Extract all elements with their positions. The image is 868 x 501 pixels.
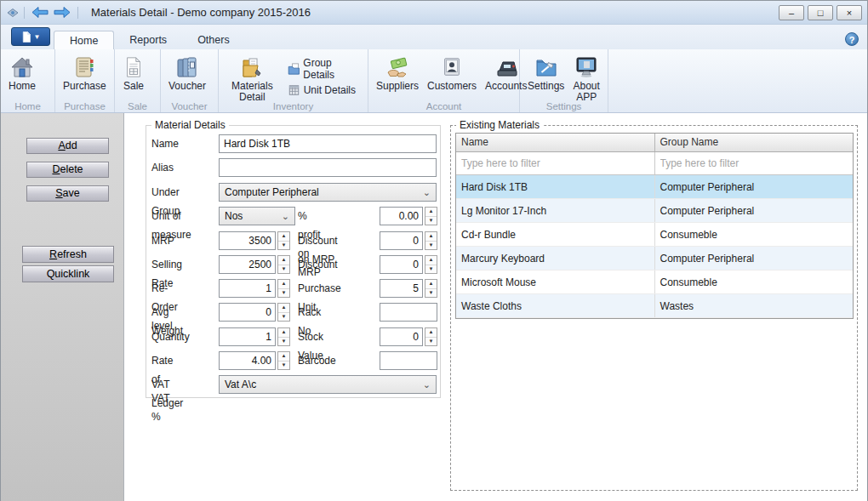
reorder-level-input[interactable] bbox=[219, 279, 276, 298]
sidebar: Add Delete Save Refresh Quicklink bbox=[1, 113, 124, 501]
spin-up-button[interactable]: ▲ bbox=[278, 328, 289, 338]
materials-filter-row bbox=[456, 152, 853, 175]
tab-strip: ▼ Home Reports Others ? bbox=[1, 25, 867, 49]
tab-reports[interactable]: Reports bbox=[114, 31, 182, 49]
settings-button[interactable]: Settings bbox=[523, 52, 568, 94]
discount-input[interactable] bbox=[380, 255, 423, 274]
existing-materials-panel: Existing Materials Name Group Name Hard … bbox=[450, 125, 858, 491]
quantity-input[interactable] bbox=[219, 327, 276, 346]
table-row[interactable]: Microsoft MouseConsumeble bbox=[456, 270, 853, 294]
forward-arrow-icon[interactable] bbox=[53, 6, 71, 19]
table-row[interactable]: Lg Monitor 17-InchComputer Peripheral bbox=[456, 199, 853, 223]
avg-weight-spinner: ▲▼ bbox=[219, 303, 290, 322]
main-area: Add Delete Save Refresh Quicklink Materi… bbox=[1, 113, 867, 501]
spin-up-button[interactable]: ▲ bbox=[278, 280, 289, 289]
purchase-ledger-icon bbox=[72, 54, 96, 81]
spin-up-button[interactable]: ▲ bbox=[278, 304, 289, 313]
spin-down-button[interactable]: ▼ bbox=[278, 362, 289, 370]
rate-of-vat-input[interactable] bbox=[219, 351, 276, 370]
spin-up-button[interactable]: ▲ bbox=[278, 352, 289, 362]
home-button[interactable]: Home bbox=[4, 52, 40, 94]
spin-down-button[interactable]: ▼ bbox=[278, 289, 289, 298]
alias-input[interactable] bbox=[219, 158, 437, 177]
group-details-folder-icon bbox=[288, 63, 300, 75]
close-button[interactable]: × bbox=[837, 5, 862, 20]
table-row[interactable]: Cd-r BundleConsumeble bbox=[456, 223, 853, 247]
table-cell: Cd-r Bundle bbox=[456, 223, 655, 246]
group-details-button[interactable]: Group Details bbox=[288, 57, 364, 81]
spin-down-button[interactable]: ▼ bbox=[425, 242, 437, 250]
column-header-name[interactable]: Name bbox=[456, 134, 655, 151]
name-filter-input[interactable] bbox=[456, 152, 654, 174]
customers-icon bbox=[441, 54, 463, 81]
customers-button[interactable]: Customers bbox=[423, 52, 481, 94]
group-name-filter-input[interactable] bbox=[655, 152, 854, 174]
spin-up-button[interactable]: ▲ bbox=[425, 280, 437, 289]
sale-button[interactable]: Sale bbox=[118, 52, 149, 94]
spin-up-button[interactable]: ▲ bbox=[425, 208, 437, 217]
under-group-combobox[interactable]: Computer Peripheral ⌄ bbox=[219, 183, 437, 202]
table-row[interactable]: Hard Disk 1TBComputer Peripheral bbox=[456, 175, 853, 199]
table-row[interactable]: Waste ClothsWastes bbox=[456, 294, 853, 318]
minimize-button[interactable]: – bbox=[779, 5, 804, 20]
vat-ledger-combobox[interactable]: Vat A\c ⌄ bbox=[219, 375, 437, 394]
name-input[interactable] bbox=[219, 134, 437, 153]
refresh-button[interactable]: Refresh bbox=[22, 246, 114, 263]
chevron-down-icon: ⌄ bbox=[282, 212, 289, 220]
stock-value-input[interactable] bbox=[380, 327, 423, 346]
avg-weight-input[interactable] bbox=[219, 303, 276, 322]
add-button[interactable]: Add bbox=[26, 138, 109, 154]
materials-table-header: Name Group Name bbox=[456, 134, 853, 152]
about-app-button[interactable]: About APP bbox=[568, 52, 604, 105]
spin-up-button[interactable]: ▲ bbox=[425, 256, 437, 265]
column-header-group-name[interactable]: Group Name bbox=[655, 134, 854, 151]
purchase-unit-spinner: ▲▼ bbox=[380, 279, 437, 298]
unit-details-button[interactable]: Unit Details bbox=[288, 84, 364, 96]
invoice-icon bbox=[123, 54, 145, 81]
spin-down-button[interactable]: ▼ bbox=[425, 217, 437, 225]
home-icon bbox=[10, 54, 34, 81]
suppliers-button[interactable]: Suppliers bbox=[372, 52, 423, 94]
spin-up-button[interactable]: ▲ bbox=[278, 232, 289, 242]
spin-down-button[interactable]: ▼ bbox=[278, 338, 289, 346]
purchase-button[interactable]: Purchase bbox=[59, 52, 111, 94]
selling-rate-input[interactable] bbox=[219, 255, 276, 274]
ribbon-group-sale: Sale Sale bbox=[115, 49, 161, 112]
spin-down-button[interactable]: ▼ bbox=[278, 265, 289, 274]
discount-on-mrp-input[interactable] bbox=[380, 231, 423, 250]
tab-home[interactable]: Home bbox=[54, 31, 114, 49]
save-button[interactable]: Save bbox=[26, 185, 109, 202]
spin-up-button[interactable]: ▲ bbox=[425, 328, 437, 338]
ribbon-group-account: Suppliers Customers bbox=[368, 49, 520, 112]
rack-no-input[interactable] bbox=[380, 303, 437, 322]
purchase-unit-input[interactable] bbox=[380, 279, 423, 298]
tab-others[interactable]: Others bbox=[182, 31, 245, 49]
spin-down-button[interactable]: ▼ bbox=[278, 313, 289, 322]
chevron-down-icon: ⌄ bbox=[423, 188, 431, 196]
maximize-button[interactable]: □ bbox=[808, 5, 833, 20]
profit-on-mrp-input[interactable] bbox=[380, 207, 423, 225]
barcode-input[interactable] bbox=[380, 351, 437, 370]
spin-down-button[interactable]: ▼ bbox=[425, 265, 437, 274]
mrp-input[interactable] bbox=[219, 231, 276, 250]
spin-down-button[interactable]: ▼ bbox=[425, 338, 437, 346]
spin-up-button[interactable]: ▲ bbox=[278, 256, 289, 265]
table-row[interactable]: Marcury KeyboardComputer Peripheral bbox=[456, 247, 853, 270]
help-button[interactable]: ? bbox=[845, 32, 859, 46]
app-window: Materials Detail - Demo company 2015-201… bbox=[0, 0, 868, 501]
file-menu-button[interactable]: ▼ bbox=[11, 27, 50, 46]
spin-down-button[interactable]: ▼ bbox=[278, 242, 289, 250]
quicklink-button[interactable]: Quicklink bbox=[22, 265, 114, 282]
materials-detail-button[interactable]: Materials Detail bbox=[222, 52, 283, 105]
voucher-button[interactable]: Voucher bbox=[164, 52, 210, 94]
stock-value-spinner: ▲▼ bbox=[380, 327, 437, 346]
cash-register-icon bbox=[494, 54, 518, 81]
back-arrow-icon[interactable] bbox=[31, 6, 49, 19]
monitor-icon bbox=[574, 54, 598, 81]
spin-up-button[interactable]: ▲ bbox=[425, 232, 437, 242]
app-icon bbox=[6, 7, 20, 19]
books-icon bbox=[175, 54, 199, 81]
delete-button[interactable]: Delete bbox=[26, 162, 109, 178]
unit-of-measure-combobox[interactable]: Nos ⌄ bbox=[219, 207, 295, 225]
spin-down-button[interactable]: ▼ bbox=[425, 289, 437, 298]
